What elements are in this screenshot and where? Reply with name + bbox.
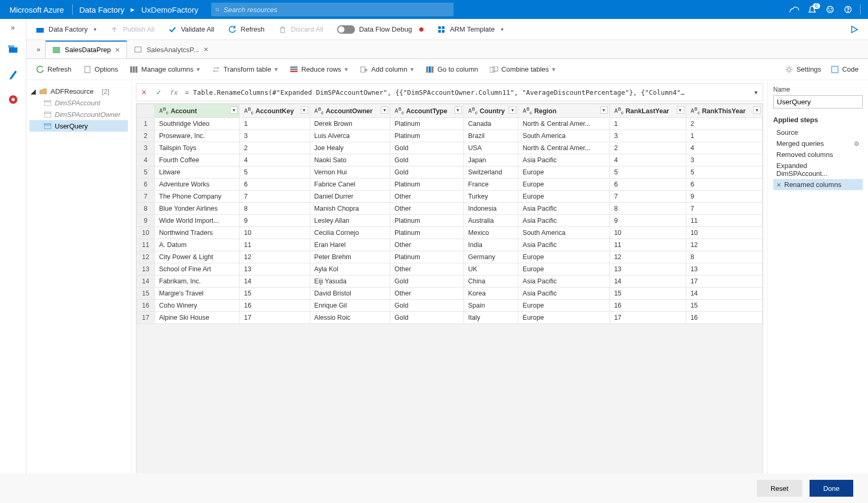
data-grid[interactable]: ABcAccount▾ABcAccountKey▾ABcAccountOwner… [136,103,763,499]
table-row[interactable]: 3Tailspin Toys2Joe HealyGoldUSANorth & C… [137,142,763,154]
cell[interactable]: UK [463,263,518,275]
row-number[interactable]: 7 [137,191,155,203]
cell[interactable]: Eran Harel [310,239,390,251]
cell[interactable]: 14 [609,275,686,288]
cell[interactable]: Ayla Kol [310,263,390,275]
cell[interactable]: 10 [240,227,310,239]
cell[interactable]: Joe Healy [310,142,390,154]
cell[interactable]: 7 [686,203,762,215]
cell[interactable]: 3 [240,130,310,142]
cell[interactable]: Lesley Allan [310,215,390,227]
table-row[interactable]: 7The Phone Company7Daniel DurrerOtherTur… [137,191,763,203]
gear-icon[interactable]: ⚙ [854,140,860,147]
cell[interactable]: Coho Winery [155,300,240,312]
column-header[interactable]: ABcRankThisYear▾ [686,104,762,118]
cell[interactable]: Europe [518,191,610,203]
cell[interactable]: 16 [686,312,762,324]
cell[interactable]: USA [463,142,518,154]
column-header[interactable]: ABcAccountOwner▾ [310,104,390,118]
cell[interactable]: 12 [240,251,310,263]
cell[interactable]: 13 [609,263,686,275]
row-number[interactable]: 1 [137,118,155,130]
cell[interactable]: Asia Pacific [518,215,610,227]
close-icon[interactable]: ✕ [203,46,209,53]
cell[interactable]: A. Datum [155,239,240,251]
cell[interactable]: Asia Pacific [518,275,610,288]
manage-columns-dropdown[interactable]: Manage columns▾ [130,65,200,74]
table-row[interactable]: 6Adventure Works6Fabrice CanelPlatinumFr… [137,179,763,191]
row-number[interactable]: 9 [137,215,155,227]
row-number[interactable]: 4 [137,154,155,166]
column-filter-icon[interactable]: ▾ [509,106,516,114]
query-item-dimspaccountowner[interactable]: DimSPAccountOwner [29,109,128,120]
fx-icon[interactable]: fx [166,88,181,96]
cell[interactable]: 17 [686,275,762,288]
table-row[interactable]: 16Coho Winery16Enrique GilGoldSpainEurop… [137,300,763,312]
cell[interactable]: 1 [240,118,310,130]
query-item-dimspaccount[interactable]: DimSPAccount [29,97,128,109]
cell[interactable]: School of Fine Art [155,263,240,275]
cell[interactable]: Naoki Sato [310,154,390,166]
factory-overview-icon[interactable] [5,41,21,57]
cell[interactable]: 3 [686,154,762,166]
breadcrumb-leaf[interactable]: UxDemoFactory [138,5,201,14]
close-icon[interactable]: ✕ [115,46,120,54]
cell[interactable]: Indonesia [463,203,518,215]
column-filter-icon[interactable]: ▾ [455,106,462,114]
cell[interactable]: France [463,179,518,191]
notifications-icon[interactable]: 6 [803,0,821,19]
cell[interactable]: Asia Pacific [518,288,610,300]
cell[interactable]: Other [390,191,464,203]
search-input[interactable]: Search resources [211,3,453,16]
cell[interactable]: Other [390,263,464,275]
expand-rail-icon[interactable]: » [11,23,15,32]
row-number[interactable]: 16 [137,300,155,312]
cell[interactable]: 16 [240,300,310,312]
feedback-icon[interactable] [821,0,839,19]
cell[interactable]: Gold [390,300,464,312]
cell[interactable]: 3 [609,130,686,142]
validate-all-button[interactable]: Validate All [168,25,214,34]
cell[interactable]: Fabrice Canel [310,179,390,191]
row-number[interactable]: 17 [137,312,155,324]
cell[interactable]: Turkey [463,191,518,203]
settings-button[interactable]: Settings [785,65,821,74]
go-to-column-button[interactable]: Go to column [426,65,478,74]
cell[interactable]: Platinum [390,179,464,191]
formula-text[interactable]: Table.RenameColumns(#"Expanded DimSPAcco… [193,88,749,96]
cell[interactable]: 17 [240,312,310,324]
table-row[interactable]: 15Margie's Travel15David BristolOtherKor… [137,288,763,300]
cell[interactable]: Platinum [390,215,464,227]
cell[interactable]: Japan [463,154,518,166]
cell[interactable]: Europe [518,263,610,275]
table-row[interactable]: 13School of Fine Art13Ayla KolOtherUKEur… [137,263,763,275]
cell[interactable]: Daniel Durrer [310,191,390,203]
row-number[interactable]: 8 [137,203,155,215]
cell[interactable]: 7 [609,191,686,203]
reduce-rows-dropdown[interactable]: Reduce rows▾ [290,65,348,74]
cell[interactable]: Gold [390,312,464,324]
cell[interactable]: 15 [609,288,686,300]
cell[interactable]: 9 [686,191,762,203]
cell[interactable]: Vernon Hui [310,166,390,179]
cell[interactable]: Spain [463,300,518,312]
refresh-button[interactable]: Refresh [228,25,265,34]
cell[interactable]: The Phone Company [155,191,240,203]
cell[interactable]: 2 [609,142,686,154]
row-number[interactable]: 10 [137,227,155,239]
row-number[interactable]: 3 [137,142,155,154]
combine-tables-dropdown[interactable]: Combine tables▾ [490,65,556,74]
cell[interactable]: Northwind Traders [155,227,240,239]
cell[interactable]: 9 [609,215,686,227]
column-header[interactable]: ABcRankLastYear▾ [609,104,686,118]
cell[interactable]: Platinum [390,130,464,142]
cell[interactable]: 5 [609,166,686,179]
factory-dropdown[interactable]: Data Factory ▾ [36,25,96,34]
cell[interactable]: 9 [240,215,310,227]
cell[interactable]: China [463,275,518,288]
cell[interactable]: Peter Brehm [310,251,390,263]
done-button[interactable]: Done [810,480,853,497]
cell[interactable]: Alessio Roic [310,312,390,324]
cell[interactable]: Cecilia Cornejo [310,227,390,239]
cell[interactable]: 10 [686,227,762,239]
